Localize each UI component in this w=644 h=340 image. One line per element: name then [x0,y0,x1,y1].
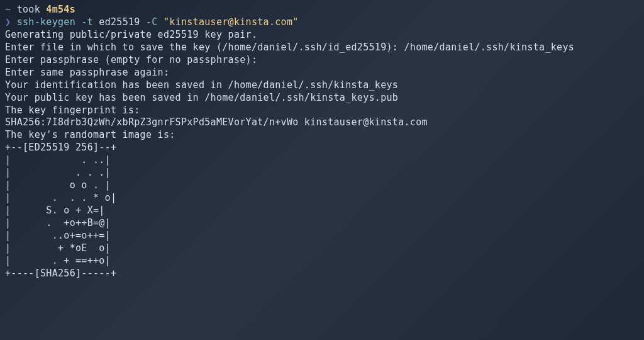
randomart-line-5: | . . . * o| [5,192,639,205]
randomart-line-3: | . . .| [5,167,639,179]
terminal-output[interactable]: ~ took 4m54s ❯ ssh-keygen -t ed25519 -C … [5,4,639,280]
output-enter-file: Enter file in which to save the key (/ho… [5,42,639,54]
randomart-line-8: | ..o+=o++=| [5,230,639,242]
duration-value: 4m54s [46,4,75,15]
output-generating: Generating public/private ed25519 key pa… [5,29,639,42]
prompt-arrow-icon: ❯ [5,16,17,28]
randomart-line-11: +----[SHA256]-----+ [5,268,639,280]
randomart-line-2: | . ..| [5,154,639,167]
output-enter-passphrase: Enter passphrase (empty for no passphras… [5,54,639,67]
prompt-status-line: ~ took 4m54s [5,4,639,16]
command-arg-type: ed25519 [99,16,140,28]
command-name: ssh-keygen [17,16,75,28]
randomart-line-10: | . + ==++o| [5,255,639,268]
output-passphrase-again: Enter same passphrase again: [5,67,639,79]
output-fingerprint-label: The key fingerprint is: [5,105,639,117]
randomart-line-7: | . +o++B=@| [5,217,639,230]
took-label: took [11,4,46,15]
output-identification-saved: Your identification has been saved in /h… [5,79,639,92]
command-flag-c: -C [140,16,164,28]
command-comment-string: "kinstauser@kinsta.com" [164,16,299,28]
output-pubkey-saved: Your public key has been saved in /home/… [5,92,639,105]
command-line: ❯ ssh-keygen -t ed25519 -C "kinstauser@k… [5,16,639,29]
output-fingerprint-value: SHA256:7I8drb3QzWh/xbRpZ3gnrFSPxPd5aMEVo… [5,116,639,129]
randomart-line-9: | + *oE o| [5,242,639,255]
command-flag-t: -t [75,16,99,28]
randomart-line-1: +--[ED25519 256]--+ [5,142,639,154]
randomart-line-6: | S. o + X=| [5,205,639,217]
prompt-tilde: ~ [5,4,11,15]
output-randomart-label: The key's randomart image is: [5,129,639,142]
randomart-line-4: | o o . | [5,179,639,192]
